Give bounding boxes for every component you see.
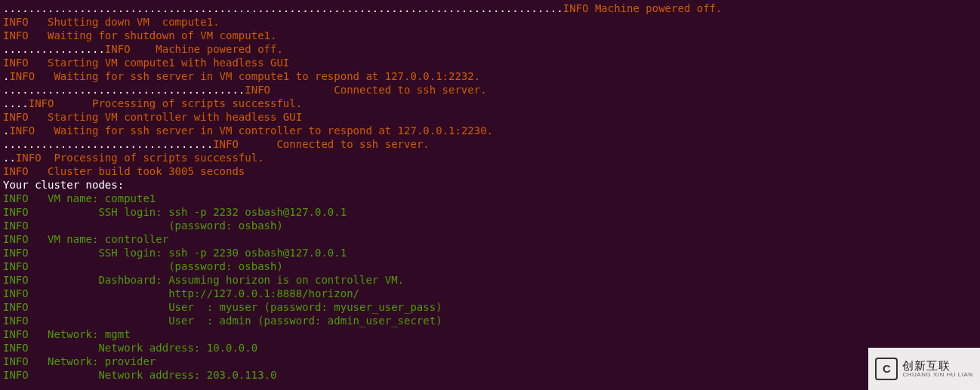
- terminal-text: INFO (password: osbash): [3, 220, 283, 232]
- terminal-text: INFO Network: provider: [3, 355, 156, 367]
- terminal-text: INFO Network address: 203.0.113.0: [3, 369, 276, 381]
- terminal-line: INFO Network: mgmt: [3, 327, 977, 341]
- terminal-line: .................................INFO Co…: [3, 137, 977, 151]
- terminal-line: INFO Network address: 10.0.0.0: [3, 341, 977, 355]
- prompt-line[interactable]: test@test-virtual-machine:~/Downloads/la…: [3, 382, 977, 390]
- terminal-line: INFO Starting VM compute1 with headless …: [3, 56, 977, 69]
- terminal-text: INFO Dashboard: Assuming horizon is on c…: [3, 274, 404, 286]
- terminal-text: INFO Waiting for shutdown of VM compute1…: [3, 29, 276, 41]
- terminal-text: ................: [3, 43, 105, 55]
- terminal-line: .INFO Waiting for ssh server in VM compu…: [3, 69, 977, 83]
- terminal-text: INFO Starting VM compute1 with headless …: [3, 57, 289, 69]
- terminal-line: INFO Starting VM controller with headles…: [3, 110, 977, 124]
- terminal-line: ................INFO Machine powered off…: [3, 42, 977, 56]
- terminal-text: INFO Connected to ssh server.: [245, 84, 486, 96]
- terminal-line: ........................................…: [3, 2, 977, 15]
- watermark-icon: C: [875, 358, 898, 380]
- terminal-text: INFO Shutting down VM compute1.: [3, 16, 220, 28]
- terminal-text: ........................................…: [3, 2, 563, 14]
- terminal-line: INFO SSH login: ssh -p 2232 osbash@127.0…: [3, 205, 977, 219]
- terminal-line: .INFO Waiting for ssh server in VM contr…: [3, 124, 977, 137]
- terminal-text: INFO VM name: controller: [3, 233, 168, 245]
- terminal-text: INFO Machine powered off.: [563, 2, 723, 14]
- terminal-line: Your cluster nodes:: [3, 178, 977, 192]
- terminal-line: INFO Network: provider: [3, 355, 977, 368]
- terminal-line: INFO Network address: 203.0.113.0: [3, 368, 977, 382]
- terminal-line: INFO VM name: controller: [3, 232, 977, 246]
- terminal-line: INFO Shutting down VM compute1.: [3, 15, 977, 29]
- terminal-text: ....: [3, 97, 29, 109]
- terminal-line: INFO Waiting for shutdown of VM compute1…: [3, 29, 977, 42]
- terminal-text: INFO Network: mgmt: [3, 328, 131, 340]
- terminal-text: INFO User : myuser (password: myuser_use…: [3, 301, 442, 313]
- terminal-text: INFO SSH login: ssh -p 2232 osbash@127.0…: [3, 206, 347, 218]
- terminal-text: INFO (password: osbash): [3, 260, 283, 272]
- terminal-line: INFO SSH login: ssh -p 2230 osbash@127.0…: [3, 246, 977, 259]
- terminal-text: INFO Cluster build took 3005 seconds: [3, 165, 245, 177]
- terminal-text: INFO SSH login: ssh -p 2230 osbash@127.0…: [3, 247, 347, 259]
- terminal-line: INFO http://127.0.0.1:8888/horizon/: [3, 287, 977, 300]
- terminal-text: Your cluster nodes:: [3, 179, 124, 191]
- terminal-line: ......................................IN…: [3, 83, 977, 97]
- terminal-line: INFO User : myuser (password: myuser_use…: [3, 300, 977, 314]
- terminal-line: INFO (password: osbash): [3, 259, 977, 273]
- terminal-line: INFO Dashboard: Assuming horizon is on c…: [3, 273, 977, 287]
- terminal-line: INFO VM name: compute1: [3, 192, 977, 205]
- terminal-text: INFO User : admin (password: admin_user_…: [3, 315, 442, 327]
- watermark-text: 创新互联 CHUANG XIN HU LIAN: [902, 360, 972, 378]
- terminal-output[interactable]: ........................................…: [3, 2, 977, 382]
- terminal-text: INFO Waiting for ssh server in VM comput…: [9, 70, 480, 82]
- terminal-text: INFO Starting VM controller with headles…: [3, 111, 302, 123]
- terminal-line: ....INFO Processing of scripts successfu…: [3, 97, 977, 110]
- terminal-line: INFO (password: osbash): [3, 219, 977, 232]
- terminal-line: ..INFO Processing of scripts successful.: [3, 151, 977, 164]
- terminal-line: INFO Cluster build took 3005 seconds: [3, 164, 977, 178]
- terminal-line: INFO User : admin (password: admin_user_…: [3, 314, 977, 327]
- terminal-text: INFO VM name: compute1: [3, 192, 156, 204]
- terminal-text: ......................................: [3, 84, 245, 96]
- terminal-text: .................................: [3, 138, 213, 150]
- terminal-text: ..: [3, 152, 16, 164]
- terminal-text: INFO Processing of scripts successful.: [29, 97, 302, 109]
- terminal-text: INFO Waiting for ssh server in VM contro…: [9, 124, 493, 137]
- terminal-text: INFO http://127.0.0.1:8888/horizon/: [3, 287, 359, 299]
- terminal-text: INFO Machine powered off.: [105, 43, 283, 55]
- terminal-text: INFO Processing of scripts successful.: [16, 152, 264, 164]
- watermark-badge: C 创新互联 CHUANG XIN HU LIAN: [868, 348, 980, 390]
- terminal-text: INFO Connected to ssh server.: [213, 138, 430, 150]
- terminal-text: INFO Network address: 10.0.0.0: [3, 342, 257, 354]
